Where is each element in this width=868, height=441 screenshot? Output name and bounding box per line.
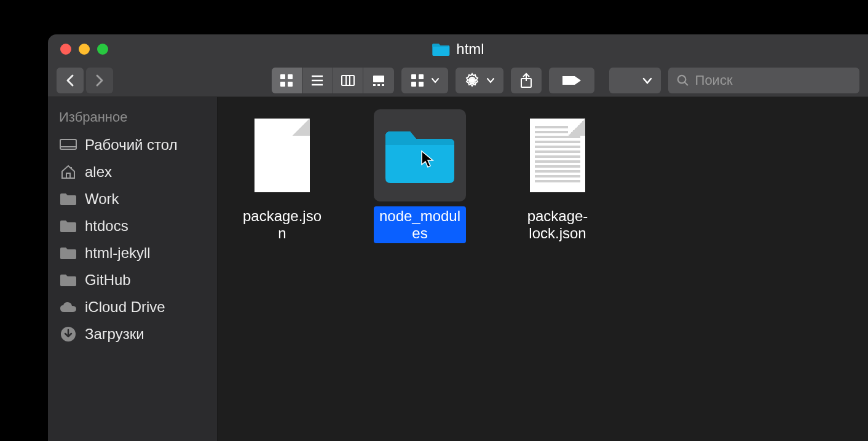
sidebar-section-header: Избранное: [48, 106, 217, 131]
svg-rect-23: [60, 139, 76, 149]
svg-rect-7: [342, 76, 354, 85]
folder-icon: [59, 246, 77, 260]
svg-rect-11: [373, 84, 376, 86]
download-icon: [59, 327, 77, 341]
finder-window: html: [48, 34, 868, 441]
file-label: package-lock.json: [511, 206, 604, 243]
gear-icon: [464, 72, 480, 88]
svg-rect-12: [377, 84, 380, 86]
svg-rect-3: [288, 82, 293, 87]
folder-icon: [59, 219, 77, 233]
icon-view-button[interactable]: [272, 68, 302, 93]
sidebar-item-html-jekyll[interactable]: html-jekyll: [48, 240, 217, 267]
toolbar: [48, 64, 868, 97]
tags-button[interactable]: [549, 68, 594, 93]
window-title-area: html: [432, 41, 484, 58]
svg-rect-2: [280, 82, 285, 87]
svg-rect-25: [66, 173, 70, 178]
file-grid[interactable]: package.json node_modules package-lock.j…: [218, 97, 868, 441]
folder-icon: [59, 273, 77, 287]
sidebar-item-label: Рабочий стол: [85, 136, 178, 154]
svg-rect-15: [419, 74, 424, 79]
file-icon: [511, 109, 604, 201]
search-icon: [677, 74, 689, 87]
file-item[interactable]: package.json: [236, 109, 328, 243]
chevron-down-icon: [642, 77, 652, 84]
sidebar-item-label: Загрузки: [85, 326, 144, 343]
sidebar-item-desktop[interactable]: Рабочий стол: [48, 131, 217, 158]
dropdown-button[interactable]: [609, 68, 661, 93]
sidebar-item-label: iCloud Drive: [85, 299, 165, 316]
svg-rect-1: [288, 74, 293, 79]
action-menu[interactable]: [456, 68, 503, 93]
sidebar-item-github[interactable]: GitHub: [48, 267, 217, 294]
traffic-lights: [48, 44, 108, 55]
folder-icon: [432, 42, 450, 57]
svg-rect-10: [373, 76, 384, 82]
window-title: html: [456, 41, 484, 58]
sidebar-item-label: GitHub: [85, 271, 131, 289]
sidebar: Избранное Рабочий стол alex Work: [48, 97, 218, 441]
svg-point-21: [678, 75, 686, 83]
desktop-icon: [59, 138, 77, 152]
sidebar-item-icloud[interactable]: iCloud Drive: [48, 294, 217, 321]
document-icon: [254, 119, 310, 192]
sidebar-item-label: alex: [85, 163, 112, 181]
svg-line-22: [684, 82, 687, 85]
titlebar: html: [48, 34, 868, 64]
share-icon: [519, 72, 533, 88]
forward-button[interactable]: [86, 68, 113, 93]
file-item-selected[interactable]: node_modules: [374, 109, 466, 243]
svg-rect-17: [419, 82, 424, 87]
svg-rect-14: [411, 74, 416, 79]
file-label: node_modules: [374, 206, 466, 243]
grid-icon: [410, 73, 425, 88]
cloud-icon: [59, 300, 77, 314]
file-icon: [236, 109, 328, 201]
sidebar-item-label: html-jekyll: [85, 244, 151, 262]
sidebar-item-downloads[interactable]: Загрузки: [48, 321, 217, 348]
nav-buttons: [57, 68, 113, 93]
sidebar-item-work[interactable]: Work: [48, 185, 217, 213]
svg-rect-13: [382, 84, 384, 86]
search-box[interactable]: [668, 68, 859, 93]
folder-icon: [374, 109, 466, 201]
svg-rect-0: [280, 74, 285, 79]
document-icon: [530, 119, 585, 192]
back-button[interactable]: [57, 68, 84, 93]
sidebar-item-label: Work: [85, 190, 119, 208]
list-view-button[interactable]: [302, 68, 333, 93]
maximize-button[interactable]: [97, 44, 108, 55]
gallery-view-button[interactable]: [363, 68, 394, 93]
chevron-down-icon: [431, 77, 440, 84]
arrange-menu[interactable]: [401, 68, 448, 93]
close-button[interactable]: [60, 44, 71, 55]
search-input[interactable]: [695, 72, 851, 88]
home-icon: [59, 165, 77, 179]
view-mode-segment: [272, 68, 394, 93]
svg-point-18: [470, 78, 475, 83]
share-button[interactable]: [511, 68, 542, 93]
sidebar-item-htdocs[interactable]: htdocs: [48, 213, 217, 240]
column-view-button[interactable]: [333, 68, 364, 93]
file-label: package.json: [236, 206, 328, 243]
tag-icon: [561, 74, 582, 87]
minimize-button[interactable]: [79, 44, 90, 55]
svg-rect-16: [411, 82, 416, 87]
sidebar-item-home[interactable]: alex: [48, 158, 217, 185]
folder-icon: [59, 192, 77, 206]
body: Избранное Рабочий стол alex Work: [48, 97, 868, 441]
file-item[interactable]: package-lock.json: [511, 109, 604, 243]
chevron-down-icon: [486, 77, 495, 84]
sidebar-item-label: htdocs: [85, 217, 128, 235]
